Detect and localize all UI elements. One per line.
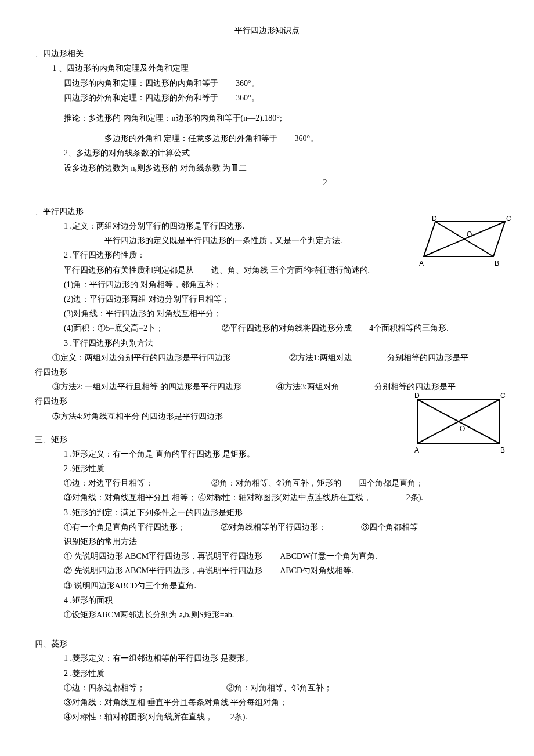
s2-l11b: ④方法3:两组对角	[276, 382, 340, 391]
s1-item1-l2: 四边形的外角和定理：四边形的外角和等于	[64, 93, 218, 102]
section-quadrilateral: 、四边形相关 1 、四边形的内角和定理及外角和定理 四边形的内角和定理：四边形的…	[35, 46, 499, 190]
s1-item2-frac: 2	[35, 175, 499, 190]
s2-l7b: ②平行四边形的对角线将四边形分成	[222, 324, 352, 332]
s1-item2-title: 2、多边形的对角线条数的计算公式	[35, 146, 499, 160]
fig1-O: O	[467, 229, 472, 241]
s3-l6c: ③四个角都相等	[361, 523, 418, 531]
s3-l4b: 2条).	[406, 493, 423, 502]
s1-item1-l3: 推论：多边形的 内角和定理：n边形的内角和等于(n—2).180°;	[35, 111, 499, 125]
section-parallelogram: 、平行四边形 D C A B O 1 .定义：两组对边分别平行的四边形是平行四边…	[35, 204, 499, 622]
s3-l9a: ② 先说明四边形 ABCM平行四边形，再说明平行四边形	[64, 566, 262, 575]
s1-item1-title: 1 、四边形的内角和定理及外角和定理	[35, 61, 499, 75]
s1-item1-l4: 多边形的外角和 定理：任意多边形的外角和等于	[104, 134, 277, 143]
fig1-D: D	[432, 213, 437, 226]
s3-l12: ①设矩形ABCM两邻边长分别为 a,b,则S矩形=ab.	[35, 607, 499, 622]
s3-l2: 2 .矩形性质	[35, 461, 499, 476]
s1-item1-l4v: 360°。	[295, 134, 319, 143]
s3-l10: ③ 说明四边形ABCD勺三个角是直角.	[35, 578, 499, 593]
fig1-B: B	[495, 258, 499, 270]
s4-l3a: ①边：四条边都相等；	[64, 683, 145, 692]
fig1-C: C	[506, 213, 511, 226]
s2-l4: (1)角：平行四边形的 对角相等，邻角互补；	[35, 277, 499, 292]
s3-l3a: ①边：对边平行且相等；	[64, 479, 153, 487]
s4-heading: 四、菱形	[35, 636, 499, 651]
s1-item2-l1: 设多边形的边数为 n,则多边形的 对角线条数 为皿二	[35, 161, 499, 175]
s2-l7c: 4个面积相等的三角形.	[369, 324, 449, 332]
s2-l8: 3 .平行四边形的判别方法	[35, 336, 499, 350]
section-rhombus: 四、菱形 1 .菱形定义：有一组邻边相等的平行四边形 是菱形。 2 .菱形性质 …	[35, 636, 499, 724]
fig2-C: C	[500, 390, 506, 403]
s2-l9a: ①定义：两组对边分别平行的四边形是平行四边形	[52, 353, 231, 362]
s3-l9b: ABCD勺对角线相等.	[280, 566, 353, 575]
s4-l1: 1 .菱形定义：有一组邻边相等的平行四边形 是菱形。	[35, 651, 499, 665]
s4-l2: 2 .菱形性质	[35, 666, 499, 681]
s2-l9c: 分别相等的四边形是平	[387, 353, 468, 362]
fig2-D: D	[414, 390, 420, 403]
s3-l6a: ①有一个角是直角的平行四边形；	[64, 523, 186, 531]
s4-l5a: ④对称性：轴对称图形(对角线所在直线，	[64, 712, 213, 721]
parallelogram-figure: D C A B O	[406, 210, 511, 268]
document-title: 平行四边形知识点	[35, 23, 499, 38]
s3-l3b: ②角：对角相等、邻角互补，矩形的	[211, 479, 341, 487]
s3-l8b: ABCDW任意一个角为直角.	[280, 552, 377, 560]
svg-line-2	[435, 222, 493, 256]
s2-l6: (3)对角线：平行四边形的 对角线互相平分；	[35, 306, 499, 321]
s3-l4a: ③对角线：对角线互相平分且 相等； ④对称性：轴对称图形(对边中点连线所在直线，	[64, 493, 371, 502]
s4-l4: ③对角线：对角线互相 垂直平分且每条对角线 平分每组对角；	[35, 695, 499, 710]
fig2-A: A	[414, 444, 419, 457]
s1-item1-l1: 四边形的内角和定理：四边形的内角和等于	[64, 79, 218, 88]
s3-l3c: 四个角都是直角；	[359, 479, 424, 487]
s1-heading: 、四边形相关	[35, 46, 499, 61]
s3-l7: 识别矩形的常用方法	[35, 534, 499, 549]
s2-l10: 行四边形	[35, 365, 499, 379]
s3-l11: 4 .矩形的面积	[35, 593, 499, 607]
s1-item1-l2v: 360°。	[236, 93, 259, 102]
fig1-A: A	[419, 258, 424, 270]
s2-l5: (2)边：平行四边形两组 对边分别平行且相等；	[35, 292, 499, 306]
s4-l5b: 2条).	[230, 712, 247, 721]
s2-l9b: ②方法1:两组对边	[289, 353, 352, 362]
s1-item1-l1v: 360°。	[236, 79, 259, 88]
s2-l7a: (4)面积：①5=底父高=2卜；	[64, 324, 164, 332]
s3-l5: 3 .矩形的判定：满足下列条件之一的四边形是矩形	[35, 505, 499, 520]
s3-l6b: ②对角线相等的平行四边形；	[221, 523, 326, 531]
s4-l3b: ②角：对角相等、邻角互补；	[226, 683, 332, 692]
rectangle-figure: D C A B O	[406, 391, 511, 452]
s3-l8a: ① 先说明四边形 ABCM平行四边形，再说明平行四边形	[64, 552, 262, 560]
s2-l11a: ③方法2: 一组对边平行且相等 的四边形是平行四边形	[52, 382, 241, 391]
s2-l3b: 边、角、对角线 三个方面的特征进行简述的.	[211, 266, 370, 274]
fig2-O: O	[460, 423, 465, 436]
s2-l3: 平行四边形的有关性质和判定都是从	[64, 266, 194, 274]
fig2-B: B	[500, 444, 505, 457]
